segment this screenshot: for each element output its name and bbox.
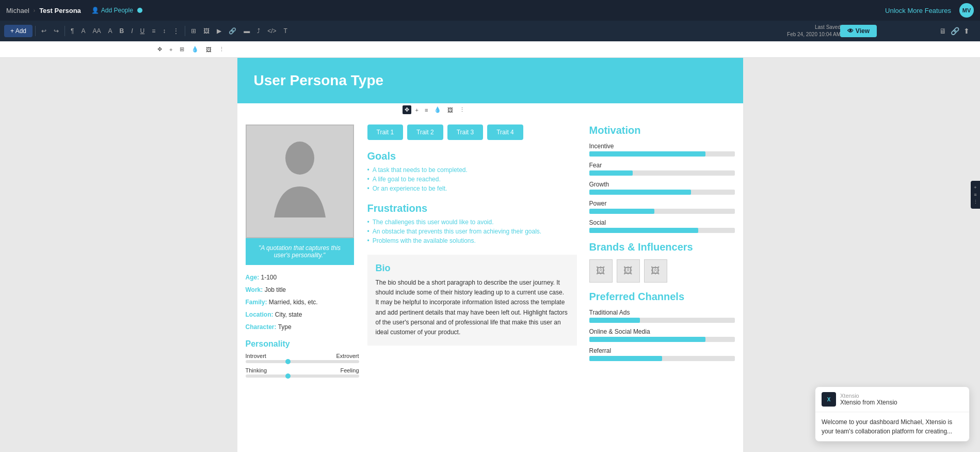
monitor-icon[interactable]: 🖥 [939,27,946,35]
col-img-btn[interactable]: 🖼 [445,106,455,114]
bold-button[interactable]: B [117,25,127,37]
social-item: Social [589,219,735,233]
unlock-features-link[interactable]: Unlock More Features [885,7,951,14]
thinking-feeling-slider: Thinking Feeling [246,367,359,378]
brand-3: 🖼 [644,259,667,283]
add-button[interactable]: + Add [4,25,33,37]
side-panel-icon-2: ≡ [974,192,976,197]
bio-title: Bio [376,263,569,274]
col-more-btn[interactable]: ⋮ [457,105,467,114]
online-social-bar [589,337,706,342]
shape-button[interactable]: ▬ [240,25,253,37]
line-height-button[interactable]: ↕ [159,25,169,37]
power-item: Power [589,200,735,214]
incentive-bar [589,151,706,157]
page-title: User Persona Type [254,72,727,89]
main-toolbar: + Add ↩ ↪ ¶ A AA A B I U ≡ ↕ ⋮ ⊞ 🖼 ▶ 🔗 ▬… [0,21,980,41]
col-add-btn[interactable]: + [413,106,421,114]
paragraph-button[interactable]: ¶ [68,25,77,37]
goals-list: A task that needs to be completed. A lif… [367,166,577,192]
video-button[interactable]: ▶ [214,25,224,37]
side-panel[interactable]: + ≡ ⋮ [971,181,980,209]
top-navbar: Michael › Test Persona 👤 Add People Unlo… [0,0,980,21]
right-column: Motivation Incentive Fear Growth [585,124,735,382]
image-col-btn[interactable]: 🖼 [203,45,214,54]
brand-2: 🖼 [617,259,640,283]
motivation-title: Motivation [589,124,735,136]
online-dot [137,8,142,13]
social-bar [589,228,699,233]
personality-section: Personality Introvert Extrovert Thinking [246,339,359,378]
referral-item: Referral [589,347,735,361]
chat-header: X Xtensio Xtensio from Xtensio [815,387,969,412]
col-water-btn[interactable]: 💧 [432,105,443,114]
nav-user[interactable]: Michael [6,7,29,14]
text-size-aa-button[interactable]: AA [90,25,104,37]
fear-bar [589,170,633,176]
side-panel-icon-1: + [974,185,976,190]
character-info: Character: Type [246,321,359,333]
add-col-btn[interactable]: + [167,45,175,54]
location-info: Location: City, state [246,308,359,321]
list-item: The challenges this user would like to a… [367,219,577,226]
link-button[interactable]: 🔗 [226,25,239,37]
list-item: Or an experience to be felt. [367,185,577,192]
table-button[interactable]: ⊞ [188,25,199,37]
add-people-button[interactable]: 👤 Add People [91,7,142,14]
info-section: Age: 1-100 Work: Job title Family: Marri… [246,271,359,333]
bio-text: The bio should be a short paragraph to d… [376,278,569,337]
underline-button[interactable]: U [137,25,148,37]
avatar[interactable]: MV [959,3,974,18]
chat-logo: X [822,392,836,407]
frustrations-list: The challenges this user would like to a… [367,219,577,244]
traits-row: Trait 1 Trait 2 Trait 3 Trait 4 [367,124,577,140]
trait-3-btn[interactable]: Trait 3 [447,124,484,140]
redo-button[interactable]: ↪ [51,25,62,37]
doc-body: "A quotation that captures this user's p… [237,116,743,390]
toolbar-divider-3 [185,26,185,36]
more-col-btn[interactable]: ⋮ [216,44,227,54]
undo-button[interactable]: ↩ [38,25,50,37]
move-icon[interactable]: ✥ [155,44,165,54]
trait-4-btn[interactable]: Trait 4 [487,124,523,140]
toolbar-divider-1 [35,26,36,36]
nav-chevron-icon: › [34,8,35,13]
brands-title: Brands & Influencers [589,241,735,253]
toolbar-divider-2 [65,26,65,36]
grid-btn[interactable]: ⊞ [177,44,187,54]
trait-1-btn[interactable]: Trait 1 [367,124,404,140]
image-button[interactable]: 🖼 [200,25,213,37]
brand-1: 🖼 [589,259,613,283]
right-toolbar-icons: 🖥 🔗 ⬆ [939,27,970,35]
introvert-extrovert-slider: Introvert Extrovert [246,353,359,363]
chat-body: Welcome to your dashboard Michael, Xtens… [815,412,969,441]
slider-handle[interactable] [285,359,291,364]
align-button[interactable]: ≡ [149,25,158,37]
export-icon[interactable]: ⬆ [963,27,970,35]
col-toolbar: ✥ + ≡ 💧 🖼 ⋮ [237,103,743,116]
text-color-button[interactable]: A [105,25,116,37]
brand-icons: 🖼 🖼 🖼 [589,259,735,283]
trait-2-btn[interactable]: Trait 2 [407,124,443,140]
link2-icon[interactable]: 🔗 [951,27,959,35]
view-button[interactable]: 👁 View [840,25,877,37]
text-size-button[interactable]: A [78,25,88,37]
water-btn[interactable]: 💧 [189,44,201,54]
share-button[interactable]: ⤴ [254,25,263,37]
col-align-btn[interactable]: ≡ [423,106,430,114]
italic-button[interactable]: I [128,25,136,37]
traditional-ads-bar [589,318,640,323]
eye-icon: 👁 [847,27,854,35]
font-button[interactable]: T [281,25,291,37]
nav-document-title[interactable]: Test Persona [39,7,81,14]
work-info: Work: Job title [246,284,359,296]
more-text-button[interactable]: ⋮ [170,25,182,37]
slider-handle-2[interactable] [285,373,291,379]
goals-title: Goals [367,150,577,162]
growth-item: Growth [589,181,735,195]
code-button[interactable]: </> [264,25,279,37]
incentive-item: Incentive [589,143,735,157]
col-cross-btn[interactable]: ✥ [403,105,411,114]
online-social-item: Online & Social Media [589,328,735,342]
quote-box: "A quotation that captures this user's p… [246,238,354,265]
